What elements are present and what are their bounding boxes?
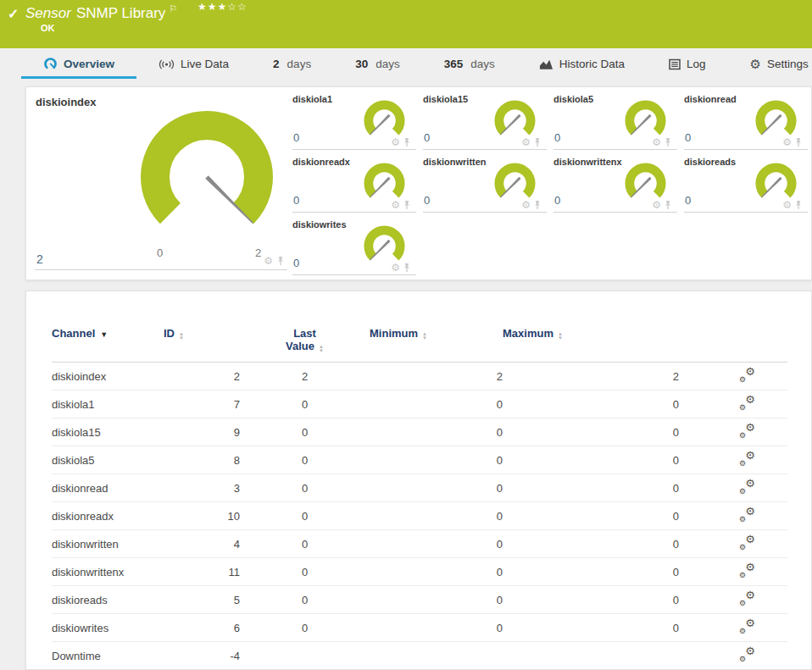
- tile-actions[interactable]: ⚙: [782, 137, 803, 147]
- gauge-tile-diskionwrittenx[interactable]: diskionwrittenx 0 ⚙: [553, 157, 677, 213]
- tile-actions[interactable]: ⚙: [391, 200, 411, 210]
- pin-icon[interactable]: [664, 200, 672, 210]
- gauge-title: diskiola5: [553, 94, 593, 104]
- cell-id: 9: [164, 418, 240, 446]
- column-header-last-value[interactable]: Last Value▲▼: [240, 291, 370, 363]
- column-header-actions: [679, 291, 787, 363]
- tile-actions[interactable]: ⚙: [652, 137, 672, 147]
- table-row: diskiola15 9 0 0 0 ⚙ ⚙: [52, 418, 787, 446]
- gear-icon[interactable]: ⚙: [391, 137, 400, 147]
- live-data-icon: [159, 58, 175, 70]
- cell-maximum: 0: [503, 558, 679, 586]
- pin-icon[interactable]: [664, 137, 672, 147]
- column-header-maximum[interactable]: Maximum▲▼: [503, 291, 679, 363]
- tab-settings[interactable]: ⚙ Settings: [728, 51, 812, 79]
- channel-settings-gears-icon[interactable]: ⚙ ⚙: [739, 368, 755, 382]
- table-header-row: Channel▼ ID▲▼ Last Value▲▼ Minimum▲▼ Max…: [52, 291, 787, 363]
- tile-actions[interactable]: ⚙: [652, 200, 672, 210]
- channel-settings-gears-icon[interactable]: ⚙ ⚙: [739, 591, 755, 606]
- tile-actions[interactable]: ⚙: [521, 200, 542, 210]
- pin-icon[interactable]: [403, 137, 411, 147]
- stars-filled-icon[interactable]: ★★★: [197, 1, 227, 13]
- stars-empty-icon[interactable]: ☆☆: [227, 1, 247, 13]
- tile-actions[interactable]: ⚙: [391, 137, 411, 147]
- cell-minimum: 0: [370, 418, 503, 446]
- gauge-tile-diskionreadx[interactable]: diskionreadx 0 ⚙: [292, 157, 416, 213]
- gauge-tile-diskiola15[interactable]: diskiola15 0 ⚙: [423, 94, 547, 150]
- cell-maximum: 2: [503, 363, 679, 390]
- priority-stars[interactable]: ★★★☆☆: [197, 1, 247, 13]
- tab-365-days[interactable]: 365 days: [422, 51, 517, 79]
- cell-last-value: 0: [240, 558, 370, 586]
- gear-icon[interactable]: ⚙: [652, 137, 661, 147]
- channel-settings-gears-icon[interactable]: ⚙ ⚙: [739, 563, 755, 578]
- gauge-value: 0: [685, 131, 691, 144]
- tab-historic-data[interactable]: Historic Data: [517, 51, 647, 79]
- gauge-title: diskionread: [684, 94, 737, 104]
- gauge-tile-diskiola5[interactable]: diskiola5 0 ⚙: [553, 94, 677, 150]
- column-header-minimum[interactable]: Minimum▲▼: [370, 291, 503, 363]
- cell-maximum: 0: [503, 390, 679, 418]
- tile-actions[interactable]: ⚙: [521, 137, 542, 147]
- channel-settings-gears-icon[interactable]: ⚙ ⚙: [739, 396, 755, 410]
- tile-actions[interactable]: ⚙: [391, 263, 411, 273]
- table-row: diskionreadx 10 0 0 0 ⚙ ⚙: [52, 502, 787, 530]
- column-header-channel[interactable]: Channel▼: [52, 291, 164, 363]
- table-row: diskiowrites 6 0 0 0 ⚙ ⚙: [52, 614, 787, 642]
- tile-actions[interactable]: ⚙: [782, 200, 803, 210]
- pin-icon[interactable]: [533, 200, 542, 210]
- gear-icon[interactable]: ⚙: [264, 256, 273, 266]
- cell-minimum: 0: [370, 502, 503, 530]
- pin-icon[interactable]: [794, 200, 803, 210]
- tab-label: Live Data: [181, 58, 229, 70]
- channel-settings-gears-icon[interactable]: ⚙ ⚙: [739, 619, 755, 634]
- gear-icon[interactable]: ⚙: [391, 263, 400, 273]
- channel-settings-gears-icon[interactable]: ⚙ ⚙: [739, 535, 755, 550]
- gear-icon[interactable]: ⚙: [782, 137, 792, 147]
- status-badge: OK: [41, 23, 55, 33]
- gauge-tile-diskiola1[interactable]: diskiola1 0 ⚙: [292, 94, 416, 150]
- cell-channel: diskionwrittenx: [52, 558, 164, 586]
- gauge-tile-diskiowrites[interactable]: diskiowrites 0 ⚙: [292, 219, 416, 275]
- gauge-value: 0: [293, 131, 299, 144]
- cell-minimum: 0: [370, 558, 503, 586]
- gear-icon[interactable]: ⚙: [652, 200, 661, 210]
- pin-icon[interactable]: [533, 137, 542, 147]
- flag-icon[interactable]: ⚐: [169, 3, 177, 14]
- gauge-tile-diskionread[interactable]: diskionread 0 ⚙: [684, 94, 808, 150]
- gear-icon[interactable]: ⚙: [521, 137, 531, 147]
- cell-maximum: 0: [503, 474, 679, 502]
- gear-icon[interactable]: ⚙: [391, 200, 400, 210]
- tab-live-data[interactable]: Live Data: [136, 51, 251, 79]
- tab-log[interactable]: Log: [647, 51, 728, 79]
- cell-last-value: 0: [240, 418, 370, 446]
- gear-icon[interactable]: ⚙: [521, 200, 531, 210]
- pin-icon[interactable]: [276, 256, 285, 266]
- cell-last-value: 0: [240, 474, 370, 502]
- column-header-id[interactable]: ID▲▼: [164, 291, 240, 363]
- tile-actions[interactable]: ⚙: [264, 256, 285, 266]
- gauge-tile-diskioreads[interactable]: diskioreads 0 ⚙: [684, 157, 808, 213]
- gauge-title: diskiowrites: [292, 219, 347, 230]
- cell-channel: diskioindex: [52, 363, 164, 390]
- tab-2-days[interactable]: 2 days: [251, 51, 333, 79]
- channel-settings-gears-icon[interactable]: ⚙ ⚙: [739, 451, 755, 466]
- gauge-scale-min: 0: [157, 246, 163, 259]
- cell-id: 4: [164, 530, 240, 558]
- large-gauge: [135, 109, 279, 236]
- table-row: diskionread 3 0 0 0 ⚙ ⚙: [52, 474, 787, 502]
- channel-settings-gears-icon[interactable]: ⚙ ⚙: [739, 507, 755, 522]
- channel-settings-gears-icon[interactable]: ⚙ ⚙: [739, 424, 755, 438]
- tab-30-days[interactable]: 30 days: [333, 51, 422, 79]
- gauge-tile-diskionwritten[interactable]: diskionwritten 0 ⚙: [423, 157, 547, 213]
- gauge-value: 0: [424, 131, 430, 144]
- pin-icon[interactable]: [403, 263, 411, 273]
- gauge-tile-diskioindex[interactable]: diskioindex 0 2 2 ⚙: [35, 94, 287, 270]
- gauges-panel: diskioindex 0 2 2 ⚙ diskiola1 0 ⚙: [25, 86, 812, 280]
- channel-settings-gears-icon[interactable]: ⚙ ⚙: [739, 647, 755, 662]
- tab-overview[interactable]: Overview: [21, 51, 136, 79]
- pin-icon[interactable]: [403, 200, 411, 210]
- gear-icon[interactable]: ⚙: [782, 200, 792, 210]
- pin-icon[interactable]: [794, 137, 803, 147]
- channel-settings-gears-icon[interactable]: ⚙ ⚙: [739, 479, 755, 494]
